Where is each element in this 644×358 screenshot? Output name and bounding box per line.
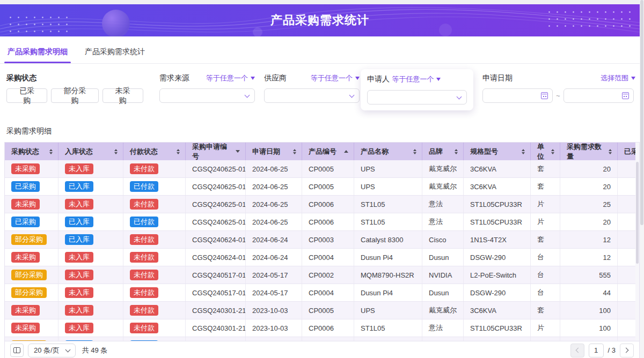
section-title: 采购需求明细: [6, 126, 644, 136]
triangle-down-icon: [251, 77, 255, 80]
demand-source-operator-link[interactable]: 等于任意一个: [206, 73, 255, 83]
cell-product_code: CP0005: [302, 160, 354, 177]
status-filter-unpurchased-button[interactable]: 未采购: [103, 88, 143, 103]
cell-spec: ST1L05CPU33R: [464, 213, 531, 230]
applicant-operator-link[interactable]: 等于任意一个: [392, 74, 441, 84]
cell-request_no: CGSQ240625-01: [186, 160, 246, 177]
status-badge: 未付款: [130, 163, 158, 175]
sort-asc-icon: [344, 150, 348, 153]
cell-spec: ST1L05CPU33R: [464, 196, 531, 213]
table-row: 未采购未入库未付款CGSQ240625-012024-06-25CP0005UP…: [5, 160, 639, 178]
status-filter-partial-button[interactable]: 部分采购: [51, 88, 98, 103]
cell-apply_date: 2024-06-25: [246, 178, 302, 195]
cell-product_code: CP0005: [302, 302, 354, 319]
column-settings-button[interactable]: [10, 344, 24, 357]
cell-inbound: 未入库: [58, 196, 123, 213]
demand-source-select[interactable]: [159, 88, 255, 103]
status-badge: 部分采购: [11, 234, 47, 245]
table-row: 未采购未入库未付款CGSQ240301-212023-10-03CP0006ST…: [5, 319, 639, 337]
apply-date-range-link[interactable]: 选择范围: [601, 73, 635, 83]
applicant-select[interactable]: [367, 90, 467, 105]
cell-request_no: CGSQ240301-21: [186, 302, 246, 319]
cell-product_code: CP0006: [302, 213, 354, 230]
cell-product_name: Dusun Pi4: [354, 249, 422, 266]
cell-qty: 25: [560, 196, 618, 213]
cell-purchase: 未采购: [5, 160, 58, 177]
table-scrollbar-thumb[interactable]: [636, 162, 639, 264]
cell-inbound: 未入库: [58, 160, 123, 177]
cell-qty: 44: [560, 284, 618, 301]
cell-unit: 台: [531, 284, 560, 301]
column-header-inbound[interactable]: 入库状态: [58, 143, 123, 160]
page-scrollbar-thumb[interactable]: [640, 0, 643, 225]
table-row: 部分采购未入库未付款CGSQ240517-012024-05-17CP0004D…: [5, 284, 639, 302]
apply-date-start-input[interactable]: [482, 88, 553, 103]
cell-spec: DSGW-290: [464, 249, 531, 266]
apply-date-end-input[interactable]: [564, 88, 634, 103]
next-page-button[interactable]: [620, 344, 634, 357]
apply-date-label: 申请日期: [482, 73, 513, 83]
column-label: 产品名称: [361, 147, 389, 156]
cell-request_no: CGSQ240624-01: [186, 249, 246, 266]
cell-inbound: 未入库: [58, 284, 123, 301]
column-label: 品牌: [429, 147, 443, 156]
column-header-request_no[interactable]: 采购申请编号: [186, 143, 246, 160]
tab-purchase-demand-stats[interactable]: 产品采购需求统计: [85, 47, 145, 63]
column-header-unit[interactable]: 单位: [531, 143, 560, 160]
column-header-brand[interactable]: 品牌: [422, 143, 464, 160]
calendar-icon: [541, 92, 548, 99]
filter-purchase-status: 采购状态 已采购 部分采购 未采购: [6, 74, 147, 103]
page-size-select[interactable]: 20 条/页: [28, 344, 76, 357]
status-badge: 已采购: [11, 181, 40, 192]
table-row: 已采购已入库已付款CGSQ240625-012024-06-25CP0006ST…: [5, 213, 639, 231]
cell-qty: 12: [560, 249, 618, 266]
cell-brand: 戴克威尔: [422, 160, 464, 177]
cell-payment: 未付款: [123, 231, 186, 248]
table-vertical-scrollbar[interactable]: [635, 143, 639, 341]
page-scrollbar[interactable]: [640, 0, 644, 358]
cell-brand: 意法: [422, 319, 464, 337]
banner-dot-grid-right: [545, 9, 631, 31]
column-header-qty[interactable]: 采购需求数量: [560, 143, 618, 160]
cell-unit: 套: [531, 302, 560, 319]
cell-product_name: ST1L05: [354, 213, 422, 230]
status-filter-purchased-button[interactable]: 已采购: [6, 88, 47, 103]
table-scroll-area: 采购状态入库状态付款状态采购申请编号申请日期产品编号产品名称品牌规格型号单位采购…: [5, 143, 639, 341]
cell-request_no: CGSQ240624-01: [186, 231, 246, 248]
cell-payment: 未付款: [123, 284, 186, 301]
status-badge: 未采购: [11, 199, 40, 210]
column-header-product_code[interactable]: 产品编号: [302, 143, 354, 160]
cell-unit: 片: [531, 319, 560, 337]
column-header-product_name[interactable]: 产品名称: [354, 143, 422, 160]
status-badge: 未采购: [11, 323, 40, 334]
cell-unit: [531, 337, 560, 341]
status-badge: 已付款: [130, 217, 158, 228]
prev-page-button[interactable]: [570, 344, 584, 357]
cell-brand: 意法: [422, 196, 464, 213]
column-label: 采购申请编号: [192, 143, 232, 161]
supplier-label: 供应商: [264, 73, 287, 83]
applicant-label: 申请人: [367, 74, 390, 83]
column-header-spec[interactable]: 规格型号: [464, 143, 531, 160]
tab-purchase-demand-detail[interactable]: 产品采购需求明细: [8, 47, 68, 63]
cell-product_name: Dusun Pi4: [354, 284, 422, 301]
cell-spec: DSGW-290: [464, 284, 531, 301]
sort-both-icon: [551, 149, 554, 154]
cell-inbound: 未入库: [58, 302, 123, 319]
cell-spec: L2-PoE-Switch: [464, 266, 531, 284]
column-header-purchase[interactable]: 采购状态: [5, 143, 58, 160]
status-badge: 未采购: [11, 163, 40, 175]
cell-qty: 12: [560, 231, 618, 248]
supplier-select[interactable]: [264, 88, 360, 103]
column-header-apply_date[interactable]: 申请日期: [246, 143, 302, 160]
sort-both-icon: [522, 149, 525, 154]
column-header-payment[interactable]: 付款状态: [123, 143, 186, 160]
status-badge: 部分采购: [11, 270, 47, 281]
cell-qty: 100: [560, 319, 618, 337]
date-range-separator: ~: [556, 92, 560, 100]
cell-apply_date: 2024-05-17: [246, 266, 302, 284]
cell-product_name: Catalyst 8300: [354, 231, 422, 248]
supplier-operator-link[interactable]: 等于任意一个: [311, 73, 360, 83]
current-page-input[interactable]: [589, 344, 604, 357]
cell-spec: ST1L05CPU33R: [464, 319, 531, 337]
